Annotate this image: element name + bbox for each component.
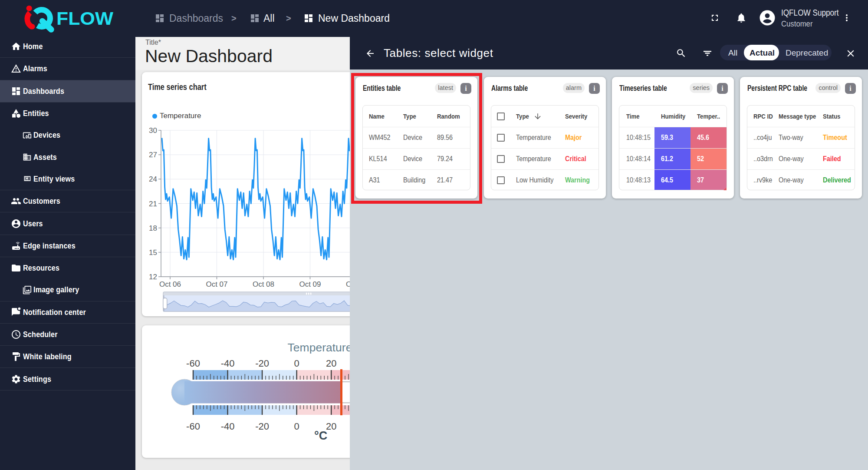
svg-text:21: 21 — [149, 200, 157, 208]
svg-text:Oct 09: Oct 09 — [299, 280, 321, 288]
svg-text:30: 30 — [149, 127, 157, 135]
svg-text:0: 0 — [294, 358, 299, 369]
svg-text:-20: -20 — [255, 421, 269, 432]
svg-text:24: 24 — [149, 175, 157, 183]
svg-text:Oct 08: Oct 08 — [253, 280, 274, 288]
svg-text:FLOW: FLOW — [56, 8, 113, 29]
svg-text:-60: -60 — [186, 421, 200, 432]
svg-text:Temperature: Temperature — [288, 341, 352, 354]
svg-text:Oct 06: Oct 06 — [159, 280, 181, 288]
svg-text:27: 27 — [149, 151, 157, 159]
svg-text:15: 15 — [149, 248, 157, 257]
svg-text:-40: -40 — [221, 358, 235, 369]
svg-text:0: 0 — [294, 421, 299, 432]
svg-text:-40: -40 — [221, 421, 235, 432]
svg-text:20: 20 — [326, 358, 336, 369]
svg-text:-60: -60 — [186, 358, 200, 369]
svg-text:20: 20 — [326, 421, 336, 432]
svg-text:12: 12 — [149, 273, 157, 281]
svg-text:°C: °C — [314, 429, 327, 442]
svg-text:-20: -20 — [255, 358, 269, 369]
svg-text:Oct 07: Oct 07 — [206, 280, 227, 288]
svg-text:18: 18 — [149, 224, 157, 232]
